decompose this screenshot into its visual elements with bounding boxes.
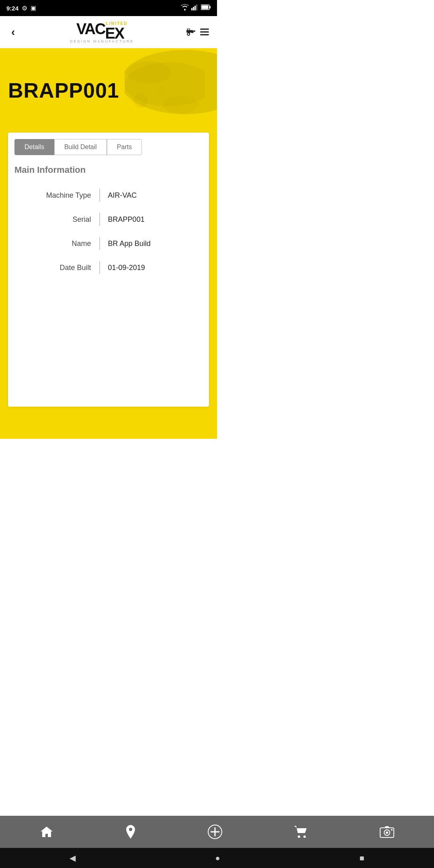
menu-lines-icon[interactable] <box>200 29 209 35</box>
tab-parts[interactable]: Parts <box>107 139 142 155</box>
value-date-built: 01-09-2019 <box>100 264 203 272</box>
tab-details[interactable]: Details <box>14 139 54 155</box>
gear-status-icon: ⚙ <box>22 4 27 12</box>
battery-icon <box>201 4 211 12</box>
value-machine-type: AIR-VAC <box>100 191 203 200</box>
wifi-icon <box>181 4 189 12</box>
machine-banner: BRAPP001 <box>0 48 217 133</box>
gun-icon <box>186 27 198 37</box>
value-serial: BRAPP001 <box>100 215 203 224</box>
card-spacer <box>14 280 203 400</box>
svg-rect-0 <box>191 8 192 10</box>
field-row-name: Name BR App Build <box>14 231 203 256</box>
tab-bar: Details Build Detail Parts <box>8 133 209 155</box>
svg-rect-8 <box>193 31 195 32</box>
yellow-band-footer <box>4 407 213 439</box>
svg-rect-6 <box>202 6 209 9</box>
svg-point-13 <box>156 88 166 97</box>
svg-rect-3 <box>196 4 197 10</box>
logo-ex: EX <box>105 26 124 41</box>
svg-point-10 <box>127 61 171 84</box>
svg-rect-1 <box>193 7 194 10</box>
field-row-serial: Serial BRAPP001 <box>14 207 203 231</box>
banner-decoration <box>117 56 205 121</box>
logo-vac: VAC <box>76 20 105 38</box>
label-date-built: Date Built <box>14 264 99 272</box>
tab-build-detail[interactable]: Build Detail <box>54 139 107 155</box>
back-button[interactable]: ‹ <box>8 24 18 40</box>
svg-point-11 <box>163 96 199 113</box>
header-menu[interactable] <box>186 27 209 37</box>
svg-point-12 <box>133 93 148 108</box>
content-card: Details Build Detail Parts Main Informat… <box>8 133 209 407</box>
svg-rect-2 <box>194 6 196 10</box>
label-serial: Serial <box>14 215 99 224</box>
status-time: 9:24 <box>6 5 18 12</box>
field-row-date-built: Date Built 01-09-2019 <box>14 256 203 280</box>
app-header: ‹ VAC LIMITED EX DESIGN MANUFACTURE <box>0 16 217 48</box>
logo-container: VAC LIMITED EX DESIGN MANUFACTURE <box>18 20 186 43</box>
machine-title: BRAPP001 <box>8 78 119 102</box>
value-name: BR App Build <box>100 240 203 248</box>
label-machine-type: Machine Type <box>14 191 99 200</box>
sim-status-icon: ▣ <box>31 4 36 12</box>
svg-rect-5 <box>209 6 211 8</box>
logo-tagline: DESIGN MANUFACTURE <box>70 39 134 43</box>
status-bar: 9:24 ⚙ ▣ <box>0 0 217 16</box>
label-name: Name <box>14 240 99 248</box>
main-information-section: Main Information Machine Type AIR-VAC Se… <box>8 155 209 407</box>
signal-icon <box>191 4 199 12</box>
field-row-machine-type: Machine Type AIR-VAC <box>14 183 203 207</box>
section-title: Main Information <box>14 165 203 175</box>
